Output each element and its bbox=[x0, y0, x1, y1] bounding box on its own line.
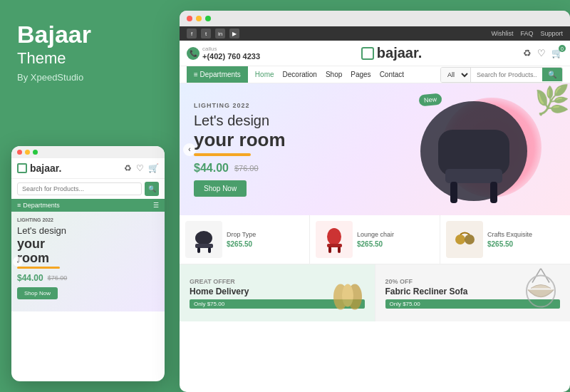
search-category-select[interactable]: All bbox=[441, 68, 471, 82]
header-logo-icon bbox=[361, 47, 374, 60]
facebook-icon[interactable]: f bbox=[187, 29, 197, 38]
svg-point-14 bbox=[465, 234, 475, 244]
brand-by: By XpeedStudio bbox=[17, 72, 160, 83]
header-phone: 📞 callus +(402) 760 4233 bbox=[187, 46, 260, 61]
nav-links: Home Decoration Shop Pages Contact bbox=[248, 71, 411, 78]
product-name-0: Drop Type bbox=[227, 231, 304, 238]
search-button[interactable]: 🔍 bbox=[542, 68, 562, 81]
svg-rect-6 bbox=[195, 244, 213, 248]
product-card-2[interactable]: Crafts Exquisite $265.50 bbox=[440, 215, 570, 264]
nav-contact[interactable]: Contact bbox=[380, 71, 404, 78]
product-price-1: $265.50 bbox=[357, 240, 434, 248]
mobile-search-button[interactable]: 🔍 bbox=[145, 182, 159, 196]
nav-bar: ≡ Departments Home Decoration Shop Pages… bbox=[180, 66, 570, 83]
svg-point-9 bbox=[327, 228, 341, 245]
wishlist-icon[interactable]: ♡ bbox=[537, 48, 546, 58]
search-bar: All 🔍 bbox=[440, 67, 563, 83]
hero-shop-button[interactable]: Shop Now bbox=[194, 180, 247, 197]
nav-pages[interactable]: Pages bbox=[351, 71, 370, 78]
product-name-1: Lounge chair bbox=[357, 231, 434, 238]
svg-point-17 bbox=[342, 284, 353, 307]
hero-tag: LIGHTING 2022 bbox=[194, 102, 286, 109]
mobile-shop-button[interactable]: Shop Now bbox=[17, 287, 58, 299]
youtube-icon[interactable]: ▶ bbox=[229, 29, 239, 38]
hero-section: LIGHTING 2022 Let's design your room $44… bbox=[180, 83, 570, 215]
nav-home[interactable]: Home bbox=[255, 71, 274, 78]
product-price-2: $265.50 bbox=[487, 240, 564, 248]
product-price-0: $265.50 bbox=[227, 240, 304, 248]
mobile-titlebar bbox=[11, 146, 165, 158]
product-info-2: Crafts Exquisite $265.50 bbox=[487, 231, 564, 248]
hero-heading: Let's design your room bbox=[194, 112, 286, 151]
product-image-0 bbox=[185, 221, 222, 258]
call-label: callus bbox=[202, 46, 260, 52]
mobile-header-icons: ♻ ♡ 🛒 bbox=[124, 163, 159, 173]
mobile-dept-bar: ≡ Departments ☰ bbox=[11, 199, 165, 212]
hero-price-row: $44.00 $76.00 bbox=[194, 162, 286, 175]
support-link[interactable]: Support bbox=[540, 30, 563, 37]
phone-number: +(402) 760 4233 bbox=[202, 52, 260, 61]
mobile-search-bar: 🔍 bbox=[11, 179, 165, 199]
social-icons: f t in ▶ bbox=[187, 29, 239, 38]
main-header: 📞 callus +(402) 760 4233 bajaar. ♻ ♡ 🛒0 bbox=[180, 41, 570, 66]
banner-img-0 bbox=[326, 269, 369, 318]
svg-rect-7 bbox=[197, 247, 200, 253]
dot-red bbox=[17, 150, 22, 155]
cart-icon[interactable]: 🛒0 bbox=[551, 48, 563, 58]
left-panel: Bajaar Theme By XpeedStudio bajaar. ♻ ♡ … bbox=[0, 0, 177, 392]
mobile-prev-arrow[interactable]: ‹ bbox=[13, 257, 23, 267]
brand-title: Bajaar bbox=[17, 21, 160, 48]
header-logo: bajaar. bbox=[361, 45, 422, 61]
wishlist-link[interactable]: Wishlist bbox=[491, 30, 513, 37]
faq-link[interactable]: FAQ bbox=[520, 30, 533, 37]
departments-button[interactable]: ≡ Departments bbox=[187, 66, 248, 83]
mobile-header: bajaar. ♻ ♡ 🛒 bbox=[11, 158, 165, 179]
svg-rect-12 bbox=[338, 247, 341, 253]
mobile-old-price: $76.00 bbox=[48, 274, 68, 282]
mobile-logo: bajaar. bbox=[17, 163, 61, 174]
banner-recliner-sofa[interactable]: 20% off Fabric Recliner Sofa Only $75.00 bbox=[375, 264, 571, 321]
svg-point-13 bbox=[455, 234, 465, 244]
hero-underline bbox=[194, 153, 251, 156]
product-image-1 bbox=[316, 221, 353, 258]
mobile-price-row: $44.00 $76.00 bbox=[17, 273, 159, 283]
mobile-hero-heading: Let's design your room bbox=[17, 225, 159, 265]
refresh-icon[interactable]: ♻ bbox=[523, 48, 532, 58]
product-image-2 bbox=[446, 221, 483, 258]
mobile-search-input[interactable] bbox=[17, 182, 142, 195]
browser-dot-green bbox=[205, 16, 211, 21]
dot-green bbox=[33, 150, 38, 155]
banner-home-delivery[interactable]: Great Offer Home Delivery Only $75.00 bbox=[180, 264, 375, 321]
mobile-price: $44.00 bbox=[17, 273, 43, 283]
svg-rect-11 bbox=[328, 247, 331, 253]
browser-dot-red bbox=[187, 16, 192, 21]
search-input[interactable] bbox=[471, 68, 542, 81]
nav-decoration[interactable]: Decoration bbox=[283, 71, 317, 78]
mobile-hero: ‹ LIGHTING 2022 Let's design your room $… bbox=[11, 212, 165, 311]
dot-yellow bbox=[25, 150, 30, 155]
header-actions: ♻ ♡ 🛒0 bbox=[523, 48, 563, 58]
cart-badge: 0 bbox=[559, 45, 566, 52]
svg-rect-8 bbox=[208, 247, 211, 253]
phone-icon: 📞 bbox=[187, 47, 200, 60]
mobile-mockup: bajaar. ♻ ♡ 🛒 🔍 ≡ Departments ☰ ‹ LIGHTI… bbox=[11, 146, 165, 381]
product-name-2: Crafts Exquisite bbox=[487, 231, 564, 238]
hero-content: LIGHTING 2022 Let's design your room $44… bbox=[180, 91, 300, 207]
product-card-0[interactable]: Drop Type $265.50 bbox=[180, 215, 310, 264]
top-social-bar: f t in ▶ Wishlist FAQ Support bbox=[180, 26, 570, 41]
svg-rect-4 bbox=[490, 182, 497, 203]
product-card-1[interactable]: Lounge chair $265.50 bbox=[310, 215, 440, 264]
brand-subtitle: Theme bbox=[17, 49, 160, 68]
svg-rect-2 bbox=[445, 169, 502, 183]
linkedin-icon[interactable]: in bbox=[215, 29, 225, 38]
hero-old-price: $76.00 bbox=[234, 164, 259, 172]
product-info-0: Drop Type $265.50 bbox=[227, 231, 304, 248]
mobile-logo-icon bbox=[17, 163, 27, 173]
banner-row: Great Offer Home Delivery Only $75.00 20… bbox=[180, 264, 570, 321]
nav-shop[interactable]: Shop bbox=[326, 71, 342, 78]
twitter-icon[interactable]: t bbox=[201, 29, 211, 38]
banner-img-1 bbox=[518, 269, 564, 318]
products-row: Drop Type $265.50 Lounge chair $265.50 bbox=[180, 215, 570, 264]
mobile-hero-underline bbox=[17, 267, 60, 269]
browser-dot-yellow bbox=[196, 16, 202, 21]
